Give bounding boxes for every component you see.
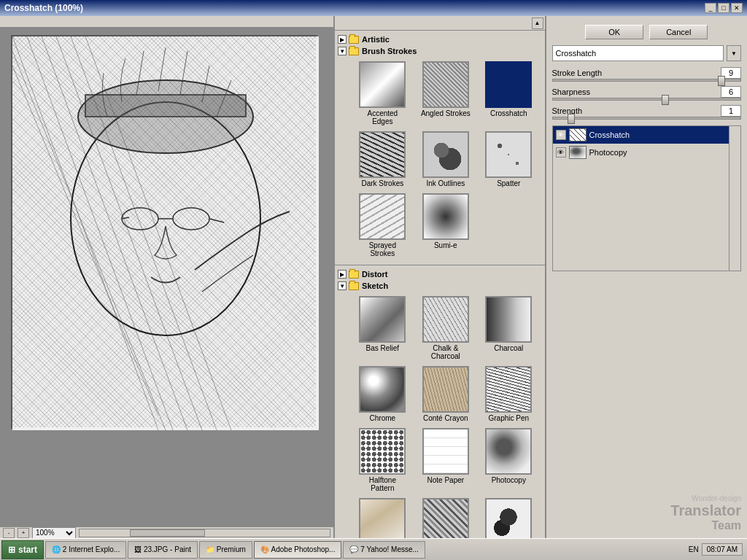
sharpness-value[interactable] <box>721 86 741 98</box>
label-halftone-pattern: Halftone Pattern <box>356 476 409 492</box>
filter-angled-strokes[interactable]: Angled Strokes <box>416 60 476 127</box>
thumb-charcoal <box>485 296 532 343</box>
thumb-sumie <box>422 193 469 240</box>
svg-line-2 <box>34 36 319 343</box>
filter-chalk-charcoal[interactable]: Chalk & Charcoal <box>416 295 476 362</box>
filter-tree: ▶ Artistic ▼ Brush Strokes A <box>335 31 544 538</box>
dialog-buttons: OK Cancel <box>552 22 741 39</box>
layer-panel-inner: 👁 Crosshatch 👁 Photocopy <box>553 126 740 271</box>
maximize-button[interactable]: □ <box>718 3 729 13</box>
folder-icon-brush-strokes <box>349 47 359 55</box>
layer-item-crosshatch[interactable]: 👁 Crosshatch <box>553 126 729 144</box>
thumb-angled-strokes <box>422 61 469 108</box>
filter-tree-area[interactable]: ▶ Artistic ▼ Brush Strokes A <box>335 31 544 538</box>
filter-stamp[interactable]: Stamp <box>479 497 538 538</box>
layer-eye-crosshatch[interactable]: 👁 <box>556 130 566 140</box>
layer-name-photocopy: Photocopy <box>589 148 627 157</box>
label-chrome: Chrome <box>370 414 396 422</box>
filter-sprayed-strokes[interactable]: Sprayed Strokes <box>352 192 412 259</box>
layer-scrollbar[interactable] <box>729 126 740 271</box>
filter-select[interactable]: Crosshatch <box>552 45 724 61</box>
expand-icon-sketch: ▼ <box>338 281 347 290</box>
sharpness-track[interactable] <box>552 98 741 101</box>
filter-halftone-pattern[interactable]: Halftone Pattern <box>352 427 412 494</box>
preview-image-area <box>0 28 333 526</box>
zoom-minus-button[interactable]: - <box>3 528 15 538</box>
filter-ink-outlines[interactable]: Ink Outlines <box>416 130 476 189</box>
label-dark-strokes: Dark Strokes <box>361 179 403 187</box>
category-brush-strokes[interactable]: ▼ Brush Strokes <box>335 45 544 57</box>
panel-collapse-button[interactable]: ▲ <box>532 18 543 29</box>
main-container: - + 100% 50% 200% ▲ ▶ <box>0 16 747 538</box>
stroke-length-group: Stroke Length <box>552 67 741 82</box>
thumb-bas-relief <box>359 296 406 343</box>
filter-panel: ▲ ▶ Artistic ▼ Brush Strokes <box>335 16 546 538</box>
expand-icon-brush-strokes: ▼ <box>338 47 347 55</box>
strength-value[interactable] <box>721 105 741 117</box>
strength-label: Strength <box>552 106 716 115</box>
filter-conte-crayon[interactable]: Conté Crayon <box>416 365 476 424</box>
cancel-button[interactable]: Cancel <box>649 25 708 39</box>
filter-bas-relief[interactable]: Bas Relief <box>352 295 412 362</box>
filter-plaster[interactable]: Plaster <box>352 497 412 538</box>
slider-group: Stroke Length Sharpness <box>552 67 741 120</box>
layer-eye-photocopy[interactable]: 👁 <box>556 147 566 158</box>
preview-svg <box>12 36 319 430</box>
filter-charcoal[interactable]: Charcoal <box>479 295 538 362</box>
svg-line-11 <box>71 36 217 430</box>
filter-note-paper[interactable]: Note Paper <box>416 427 476 494</box>
svg-rect-17 <box>85 95 246 117</box>
strength-thumb <box>568 114 575 124</box>
zoom-plus-button[interactable]: + <box>18 528 29 538</box>
svg-point-19 <box>173 208 209 230</box>
label-note-paper: Note Paper <box>427 476 465 484</box>
filter-reticulation[interactable]: Reticulation <box>416 497 476 538</box>
strength-group: Strength <box>552 105 741 120</box>
thumb-reticulation <box>422 498 469 538</box>
category-label-sketch: Sketch <box>362 281 388 290</box>
svg-line-12 <box>85 36 231 430</box>
layer-name-crosshatch: Crosshatch <box>589 131 630 139</box>
thumb-plaster <box>359 498 406 538</box>
category-sketch[interactable]: ▼ Sketch <box>335 280 544 292</box>
svg-line-7 <box>12 36 158 430</box>
svg-line-22 <box>209 219 224 222</box>
watermark-area: Wonder-designTranslatorTeam <box>552 277 741 532</box>
zoom-select[interactable]: 100% 50% 200% <box>32 527 76 539</box>
label-chalk-charcoal: Chalk & Charcoal <box>419 344 472 360</box>
filter-accented-edges[interactable]: Accented Edges <box>352 60 412 127</box>
svg-rect-0 <box>12 36 319 430</box>
right-panel: OK Cancel Crosshatch ▼ Stroke Length <box>546 16 747 538</box>
sharpness-label: Sharpness <box>552 88 716 96</box>
stroke-length-label: Stroke Length <box>552 69 716 77</box>
filter-top-bar: ▲ <box>335 16 544 31</box>
minimize-button[interactable]: _ <box>705 3 716 13</box>
expand-icon-artistic: ▶ <box>338 35 347 44</box>
filter-dark-strokes[interactable]: Dark Strokes <box>352 130 412 189</box>
close-button[interactable]: ✕ <box>731 3 743 13</box>
filter-chrome[interactable]: Chrome <box>352 365 412 424</box>
category-label-distort: Distort <box>362 270 387 279</box>
thumb-accented-edges <box>359 61 406 108</box>
preview-panel: - + 100% 50% 200% <box>0 16 335 538</box>
filter-sumie[interactable]: Sumi-e <box>416 192 476 259</box>
filter-crosshatch[interactable]: Crosshatch <box>479 60 538 127</box>
category-artistic[interactable]: ▶ Artistic <box>335 34 544 45</box>
filter-panel-content: ▶ Artistic ▼ Brush Strokes A <box>335 31 544 538</box>
category-distort[interactable]: ▶ Distort <box>335 268 544 280</box>
dropdown-arrow-icon[interactable]: ▼ <box>727 45 741 61</box>
preview-bottom-bar: - + 100% 50% 200% <box>0 526 333 538</box>
stroke-length-track[interactable] <box>552 79 741 82</box>
filter-photocopy[interactable]: Photocopy <box>479 427 538 494</box>
sharpness-thumb <box>662 95 669 105</box>
filter-graphic-pen[interactable]: Graphic Pen <box>479 365 538 424</box>
label-sumie: Sumi-e <box>434 241 457 249</box>
horizontal-scrollbar[interactable] <box>79 529 330 537</box>
svg-line-5 <box>12 80 275 430</box>
layer-item-photocopy[interactable]: 👁 Photocopy <box>553 144 729 161</box>
ok-button[interactable]: OK <box>585 25 643 39</box>
strength-track[interactable] <box>552 117 741 120</box>
sharpness-row: Sharpness <box>552 86 741 98</box>
svg-point-15 <box>71 102 260 335</box>
filter-spatter[interactable]: Spatter <box>479 130 538 189</box>
